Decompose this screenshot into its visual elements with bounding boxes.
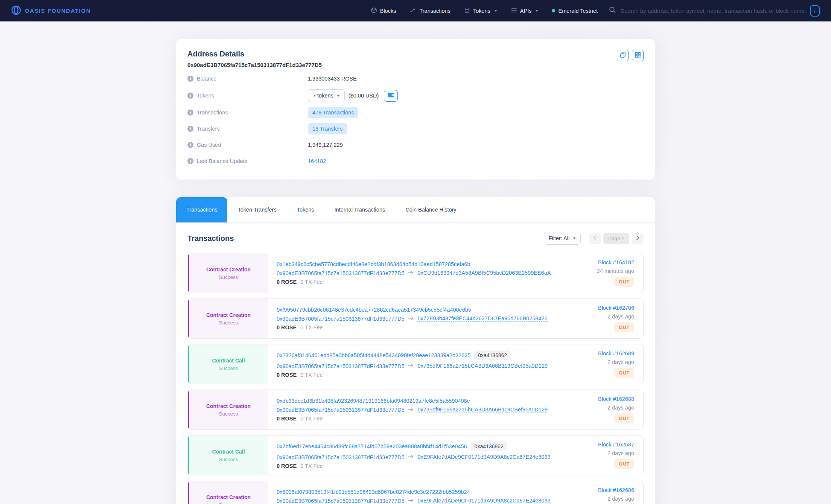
tx-to-link[interactable]: 0xE9FAfe7dADe9CF0171d9A9D9A8c2Ca67E24e80… — [417, 498, 550, 504]
tokens-usd-value: ($0.00 USD) — [349, 93, 379, 99]
brand-text: OASIS FOUNDATION — [25, 8, 91, 14]
tx-from-link[interactable]: 0x90adE3B7065fa715c7a150313877dF1d33e777… — [277, 407, 404, 413]
tx-hash-link[interactable]: 0x7bf6ed17ebe4454c86d89fc68a7714fd07b59a… — [277, 443, 467, 449]
tx-type-badge: Contract Creation Success — [188, 299, 268, 338]
page-title: Address Details — [187, 50, 322, 58]
qr-code-button[interactable] — [632, 50, 644, 61]
tab-coin-balance-history[interactable]: Coin Balance History — [395, 197, 466, 222]
tx-from-link[interactable]: 0x90adE3B7065fa715c7a150313877dF1d33e777… — [277, 498, 404, 504]
tx-from-link[interactable]: 0x90adE3B7065fa715c7a150313877dF1d33e777… — [277, 454, 404, 460]
tx-hash-link[interactable]: 0x6006af079803513f41fb21c551d96423d6067b… — [277, 489, 470, 495]
tx-status-label: Success — [219, 411, 238, 417]
copy-address-button[interactable] — [617, 50, 629, 61]
tx-hash-link[interactable]: 0xf9950779cbb26c06148e37cdc4bea772862cd6… — [277, 307, 471, 313]
nav-label-blocks: Blocks — [380, 8, 396, 14]
tx-type-badge: Contract Call Success — [188, 344, 268, 384]
nav-items: Blocks Transactions Tokens APIs Emerald … — [371, 7, 598, 15]
tx-hash-link[interactable]: 0x1eb349c6c5cbe5778cdbecdf46e8e2bdf3b186… — [277, 261, 470, 267]
transactions-count-badge[interactable]: 478 Transactions — [308, 107, 358, 118]
wallet-icon — [388, 92, 394, 99]
tokens-dropdown[interactable]: 7 tokens — [308, 89, 345, 102]
chevron-down-icon — [494, 10, 497, 12]
filter-dropdown[interactable]: Filter: All — [544, 232, 581, 245]
tx-to-link[interactable]: 0xE9FAfe7dADe9CF0171d9A9D9A8c2Ca67E24e80… — [417, 454, 550, 460]
gas-used-label: Gas Used — [197, 142, 221, 148]
transfers-count-badge[interactable]: 13 Transfers — [308, 123, 347, 134]
tokens-dropdown-value: 7 tokens — [313, 93, 333, 99]
chevron-down-icon — [573, 238, 576, 239]
tx-from-link[interactable]: 0x90adE3B7065fa715c7a150313877dF1d33e777… — [277, 363, 404, 369]
brand-logo[interactable]: OASIS FOUNDATION — [11, 5, 91, 17]
address-details-card: Address Details 0x90adE3B7065fa715c7a150… — [176, 39, 655, 180]
wallet-button[interactable] — [384, 90, 398, 102]
tx-status-label: Success — [219, 274, 238, 280]
pagination: Page 1 — [589, 233, 644, 244]
tx-to-link[interactable]: 0xCD9d163947d3A58A9Bf5C95bcD2063E2599EE6… — [417, 270, 551, 276]
info-icon — [187, 158, 193, 164]
tx-time: 2 days ago — [607, 450, 634, 456]
tx-to-link[interactable]: 0x72E03b487fe3EC44d2627D67Ea96d766B02584… — [417, 315, 547, 322]
balance-label: Balance — [197, 76, 216, 82]
nav-item-blocks[interactable]: Blocks — [371, 7, 396, 15]
transaction-row: Contract Call Success 0x2326af8146461edd… — [187, 344, 644, 384]
info-icon — [187, 142, 193, 148]
tx-block-link[interactable]: Block #164182 — [598, 259, 634, 265]
tab-transactions[interactable]: Transactions — [176, 197, 227, 222]
tx-from-link[interactable]: 0x90adE3B7065fa715c7a150313877dF1d33e777… — [277, 270, 404, 276]
nav-label-tokens: Tokens — [473, 8, 490, 14]
tx-value: 0 ROSE — [277, 324, 297, 330]
transfers-row: Transfers 13 Transfers — [187, 123, 644, 134]
tx-block-link[interactable]: Block #162689 — [598, 350, 634, 356]
tab-internal-transactions[interactable]: Internal Transactions — [324, 197, 396, 222]
tx-fee: 0 TX Fee — [300, 416, 323, 422]
api-list-icon — [511, 8, 517, 14]
nav-item-apis[interactable]: APIs — [511, 8, 539, 14]
transactions-row: Transactions 478 Transactions — [187, 107, 644, 118]
tx-value: 0 ROSE — [277, 416, 297, 422]
tx-to-link[interactable]: 0x735df9F166a2715bCA3D3A66B119CBef95a0D1… — [417, 363, 548, 369]
tx-direction-badge: OUT — [614, 322, 634, 332]
tx-direction-badge: OUT — [614, 413, 634, 423]
tx-time: 2 days ago — [607, 405, 634, 411]
arrow-right-icon — [408, 498, 414, 504]
transaction-row: Contract Creation Success 0x6006af079803… — [187, 481, 644, 504]
arrow-right-icon — [408, 270, 414, 276]
balance-row: Balance 1.933003433 ROSE — [187, 73, 644, 84]
tx-status-label: Success — [219, 320, 238, 326]
search-input[interactable] — [621, 8, 805, 14]
filter-dropdown-value: Filter: All — [549, 235, 570, 241]
tx-block-link[interactable]: Block #162706 — [598, 305, 634, 311]
transactions-list: Contract Creation Success 0x1eb349c6c5cb… — [187, 253, 644, 504]
tx-block-link[interactable]: Block #162686 — [598, 487, 634, 493]
tx-value: 0 ROSE — [277, 372, 297, 378]
tx-to-link[interactable]: 0x735df9F166a2715bCA3D3A66B119CBef95a0D1… — [417, 407, 548, 413]
transaction-row: Contract Creation Success 0xf9950779cbb2… — [187, 298, 644, 339]
top-navbar: OASIS FOUNDATION Blocks Transactions Tok… — [0, 0, 831, 21]
prev-page-button[interactable] — [589, 233, 601, 244]
tx-fee: 0 TX Fee — [300, 463, 323, 469]
tx-time: 24 minutes ago — [597, 268, 634, 274]
tx-type-label: Contract Creation — [206, 266, 251, 273]
last-balance-update-block-link[interactable]: 164182 — [308, 158, 326, 164]
nav-item-tokens[interactable]: Tokens — [464, 7, 497, 15]
tx-from-link[interactable]: 0x90adE3B7065fa715c7a150313877dF1d33e777… — [277, 316, 404, 322]
info-icon — [187, 76, 193, 82]
transactions-card: Transactions Token Transfers Tokens Inte… — [176, 197, 655, 504]
tx-hash-link[interactable]: 0xdb33dcc1d3b31b498fa9232694871919166bfa… — [277, 398, 470, 404]
chevron-left-icon — [593, 235, 597, 241]
nav-item-network[interactable]: Emerald Testnet — [552, 8, 598, 14]
tx-fee: 0 TX Fee — [300, 324, 323, 330]
transaction-row: Contract Creation Success 0xdb33dcc1d3b3… — [187, 390, 644, 430]
tx-hash-link[interactable]: 0x2326af8146461edd85a0bb6a505f4d4448e543… — [277, 352, 470, 358]
tab-token-transfers[interactable]: Token Transfers — [227, 197, 286, 222]
tx-block-link[interactable]: Block #162688 — [598, 396, 634, 402]
tx-time: 2 days ago — [607, 314, 634, 320]
nav-item-transactions[interactable]: Transactions — [409, 7, 450, 14]
tx-type-label: Contract Creation — [206, 494, 251, 500]
tx-block-link[interactable]: Block #162687 — [598, 442, 634, 448]
next-page-button[interactable] — [632, 233, 644, 244]
tx-type-label: Contract Call — [212, 449, 245, 455]
tab-tokens[interactable]: Tokens — [287, 197, 324, 222]
tokens-label: Tokens — [197, 93, 214, 99]
arrow-right-icon — [408, 316, 414, 322]
